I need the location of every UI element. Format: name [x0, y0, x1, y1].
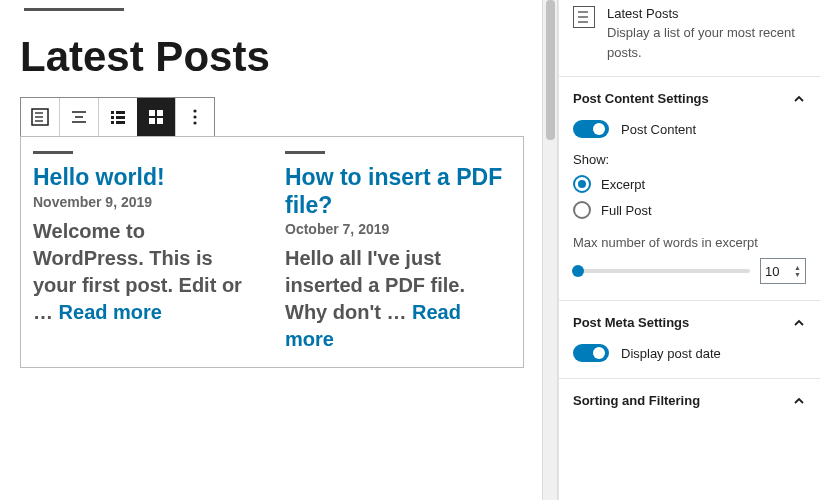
toggle-label: Post Content: [621, 122, 696, 137]
editor-canvas: Latest Posts Hello world! November 9, 20…: [0, 0, 542, 500]
panel-post-content-settings[interactable]: Post Content Settings: [559, 76, 820, 120]
radio-label: Full Post: [601, 203, 652, 218]
toggle-label: Display post date: [621, 346, 721, 361]
block-name: Latest Posts: [607, 6, 806, 21]
radio-label: Excerpt: [601, 177, 645, 192]
panel-body-content: Post Content Show: Excerpt Full Post Max…: [559, 120, 820, 300]
inspector-sidebar: Latest Posts Display a list of your most…: [558, 0, 820, 500]
svg-rect-12: [116, 121, 125, 124]
chevron-up-icon: [792, 92, 806, 106]
align-button[interactable]: [60, 98, 98, 136]
latest-posts-icon: [573, 6, 595, 28]
chevron-up-icon: [792, 316, 806, 330]
scrollbar-thumb[interactable]: [546, 0, 555, 140]
display-post-date-toggle[interactable]: [573, 344, 609, 362]
svg-rect-13: [149, 110, 155, 116]
list-view-button[interactable]: [99, 98, 137, 136]
post-title-link[interactable]: How to insert a PDF file?: [285, 164, 511, 219]
max-words-value: 10: [765, 264, 779, 279]
svg-point-17: [193, 109, 196, 112]
grid-view-button[interactable]: [137, 98, 175, 136]
panel-body-meta: Display post date: [559, 344, 820, 378]
svg-rect-10: [116, 116, 125, 119]
show-label: Show:: [573, 152, 806, 167]
page-title[interactable]: Latest Posts: [20, 33, 522, 81]
svg-rect-8: [116, 111, 125, 114]
block-description-text: Display a list of your most recent posts…: [607, 23, 806, 62]
sidebar-region: Latest Posts Display a list of your most…: [542, 0, 820, 500]
block-toolbar: [20, 97, 215, 137]
post-rule: [285, 151, 325, 154]
number-stepper-arrows[interactable]: ▲▼: [794, 264, 801, 278]
radio-icon: [573, 175, 591, 193]
svg-rect-14: [157, 110, 163, 116]
radio-full-post[interactable]: Full Post: [573, 201, 806, 219]
read-more-link[interactable]: Read more: [59, 301, 162, 323]
post-excerpt: Welcome to WordPress. This is your first…: [33, 218, 259, 326]
block-type-icon[interactable]: [21, 98, 59, 136]
block-description: Latest Posts Display a list of your most…: [559, 0, 820, 76]
separator-block: [24, 8, 124, 11]
svg-point-18: [193, 115, 196, 118]
svg-rect-16: [157, 118, 163, 124]
max-words-slider[interactable]: [573, 269, 750, 273]
max-words-label: Max number of words in excerpt: [573, 235, 806, 250]
panel-title: Post Content Settings: [573, 91, 709, 106]
svg-rect-15: [149, 118, 155, 124]
svg-rect-7: [111, 111, 114, 114]
radio-excerpt[interactable]: Excerpt: [573, 175, 806, 193]
post-rule: [33, 151, 73, 154]
max-words-input[interactable]: 10 ▲▼: [760, 258, 806, 284]
scrollbar[interactable]: [542, 0, 558, 500]
post-date: November 9, 2019: [33, 194, 259, 210]
more-options-button[interactable]: [176, 98, 214, 136]
post-item: Hello world! November 9, 2019 Welcome to…: [27, 151, 265, 353]
post-item: How to insert a PDF file? October 7, 201…: [279, 151, 517, 353]
post-date: October 7, 2019: [285, 221, 511, 237]
panel-post-meta-settings[interactable]: Post Meta Settings: [559, 300, 820, 344]
svg-rect-11: [111, 121, 114, 124]
svg-point-19: [193, 121, 196, 124]
svg-rect-9: [111, 116, 114, 119]
post-content-toggle[interactable]: [573, 120, 609, 138]
panel-sorting-filtering[interactable]: Sorting and Filtering: [559, 378, 820, 422]
panel-title: Post Meta Settings: [573, 315, 689, 330]
post-excerpt: Hello all I've just inserted a PDF file.…: [285, 245, 511, 353]
panel-title: Sorting and Filtering: [573, 393, 700, 408]
radio-icon: [573, 201, 591, 219]
latest-posts-block[interactable]: Hello world! November 9, 2019 Welcome to…: [20, 136, 524, 368]
chevron-up-icon: [792, 394, 806, 408]
post-title-link[interactable]: Hello world!: [33, 164, 259, 192]
